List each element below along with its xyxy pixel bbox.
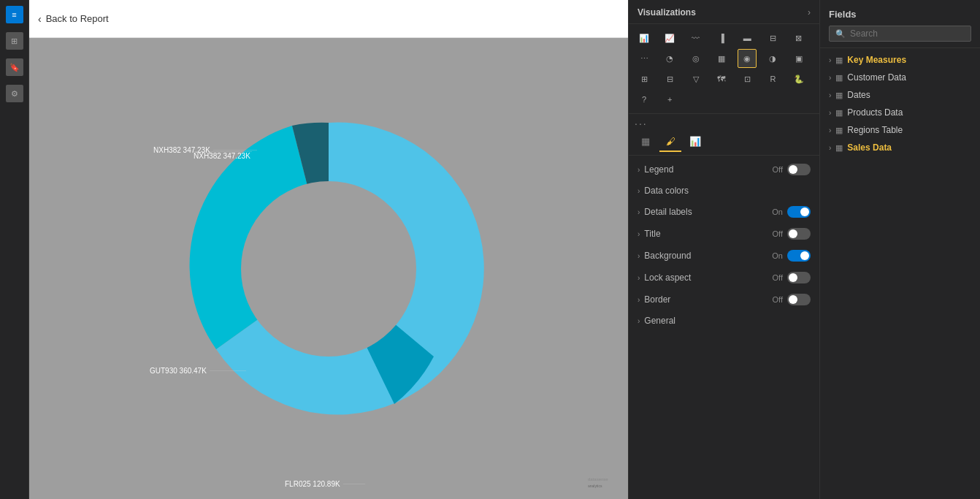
left-sidebar: ≡ ⊞ 🔖 ⚙ bbox=[0, 0, 29, 499]
search-input[interactable] bbox=[850, 28, 965, 39]
table-icon-customer-data: ▦ bbox=[835, 73, 843, 83]
field-label-sales-data: Sales Data bbox=[847, 142, 892, 153]
sidebar-icon-settings[interactable]: ⚙ bbox=[6, 85, 23, 102]
visualizations-panel: Visualizations › 📊 📈 〰 ▐ ▬ ⊟ ⊠ ⋯ ◔ ◎ ▦ ◉… bbox=[628, 0, 819, 499]
option-legend-label: Legend bbox=[644, 164, 673, 175]
chevron-sales-data-icon: › bbox=[829, 144, 831, 152]
option-lock-aspect-label: Lock aspect bbox=[644, 273, 691, 283]
legend-toggle[interactable] bbox=[787, 164, 811, 175]
option-general[interactable]: › General bbox=[629, 311, 819, 331]
viz-custom[interactable]: + bbox=[660, 90, 679, 109]
viz-matrix[interactable]: ⊟ bbox=[660, 69, 679, 88]
main-area: ‹ Back to Report N bbox=[29, 0, 628, 499]
field-item-sales-data[interactable]: › ▦ Sales Data bbox=[820, 139, 980, 156]
format-tabs: ▦ 🖌 📊 bbox=[629, 129, 819, 156]
option-data-colors-label: Data colors bbox=[644, 186, 689, 196]
back-to-report-button[interactable]: ‹ Back to Report bbox=[38, 13, 109, 25]
viz-donut[interactable]: ◎ bbox=[686, 49, 705, 68]
viz-scatter[interactable]: ⋯ bbox=[635, 49, 654, 68]
field-item-key-measures[interactable]: › ▦ Key Measures bbox=[820, 51, 980, 69]
sidebar-icon-pages[interactable]: ⊞ bbox=[6, 32, 23, 50]
option-detail-labels[interactable]: › Detail labels On bbox=[629, 201, 819, 223]
legend-status: Off bbox=[773, 165, 783, 174]
donut-svg bbox=[161, 101, 497, 437]
title-status: Off bbox=[773, 229, 783, 238]
watermark: datasense analytics bbox=[584, 470, 621, 492]
label-flr: FLR025 120.89K bbox=[285, 480, 365, 488]
viz-treemap[interactable]: ▦ bbox=[712, 49, 731, 68]
field-label-customer-data: Customer Data bbox=[847, 72, 906, 83]
option-title[interactable]: › Title Off bbox=[629, 223, 819, 245]
fields-list: › ▦ Key Measures › ▦ Customer Data › ▦ D… bbox=[820, 48, 980, 499]
viz-bar-chart[interactable]: 📊 bbox=[635, 28, 654, 47]
viz-table[interactable]: ⊞ bbox=[635, 69, 654, 88]
option-border-label: Border bbox=[644, 294, 670, 305]
chevron-general-icon: › bbox=[638, 317, 640, 325]
table-icon-key-measures: ▦ bbox=[835, 56, 843, 65]
option-background[interactable]: › Background On bbox=[629, 245, 819, 267]
option-lock-aspect[interactable]: › Lock aspect Off bbox=[629, 267, 819, 289]
donut-hole bbox=[241, 181, 416, 357]
search-icon: 🔍 bbox=[835, 29, 846, 39]
chevron-key-measures-icon: › bbox=[829, 56, 831, 64]
fields-header: Fields 🔍 bbox=[820, 0, 980, 48]
fields-title: Fields bbox=[829, 9, 971, 20]
field-label-regions-table: Regions Table bbox=[847, 125, 903, 135]
viz-python[interactable]: 🐍 bbox=[789, 69, 808, 88]
chevron-border-icon: › bbox=[638, 296, 640, 304]
viz-map[interactable]: 🗺 bbox=[712, 69, 731, 88]
visualizations-title: Visualizations bbox=[638, 7, 696, 18]
viz-icons-grid: 📊 📈 〰 ▐ ▬ ⊟ ⊠ ⋯ ◔ ◎ ▦ ◉ ◑ ▣ ⊞ ⊟ ▽ 🗺 ⊡ R … bbox=[629, 24, 819, 114]
background-toggle[interactable] bbox=[787, 250, 811, 262]
viz-pie[interactable]: ◔ bbox=[660, 49, 679, 68]
background-status: On bbox=[772, 251, 783, 260]
option-data-colors[interactable]: › Data colors bbox=[629, 180, 819, 201]
viz-qa[interactable]: ? bbox=[635, 90, 654, 109]
option-legend[interactable]: › Legend Off bbox=[629, 159, 819, 180]
field-item-customer-data[interactable]: › ▦ Customer Data bbox=[820, 69, 980, 86]
svg-text:datasense: datasense bbox=[588, 477, 608, 481]
viz-line-chart[interactable]: 📈 bbox=[660, 28, 679, 47]
viz-column-chart[interactable]: ▐ bbox=[712, 28, 731, 47]
viz-ribbon[interactable]: ⊟ bbox=[763, 28, 782, 47]
sidebar-icon-bookmarks[interactable]: 🔖 bbox=[6, 58, 23, 76]
fields-search[interactable]: 🔍 bbox=[829, 26, 971, 42]
lock-aspect-status: Off bbox=[773, 273, 783, 282]
back-arrow-icon: ‹ bbox=[38, 13, 42, 25]
chevron-products-data-icon: › bbox=[829, 109, 831, 117]
chevron-detail-labels-icon: › bbox=[638, 208, 640, 216]
field-item-products-data[interactable]: › ▦ Products Data bbox=[820, 104, 980, 121]
visualizations-header: Visualizations › bbox=[629, 0, 819, 24]
viz-donut-active[interactable]: ◉ bbox=[738, 49, 757, 68]
sidebar-icon-home[interactable]: ≡ bbox=[6, 6, 23, 23]
back-to-report-label: Back to Report bbox=[46, 13, 109, 24]
table-icon-dates: ▦ bbox=[835, 91, 843, 100]
viz-filled-map[interactable]: ⊡ bbox=[738, 69, 757, 88]
lock-aspect-toggle[interactable] bbox=[787, 272, 811, 283]
chevron-lock-aspect-icon: › bbox=[638, 274, 640, 282]
tab-fields[interactable]: ▦ bbox=[635, 132, 656, 152]
tab-format[interactable]: 🖌 bbox=[659, 132, 681, 152]
table-icon-products-data: ▦ bbox=[835, 108, 843, 118]
border-status: Off bbox=[773, 295, 783, 304]
chevron-regions-table-icon: › bbox=[829, 126, 831, 134]
more-dots[interactable]: ... bbox=[629, 114, 819, 129]
viz-waterfall[interactable]: ⊠ bbox=[789, 28, 808, 47]
border-toggle[interactable] bbox=[787, 294, 811, 305]
viz-funnel[interactable]: ▽ bbox=[686, 69, 705, 88]
viz-card[interactable]: ▣ bbox=[789, 49, 808, 68]
field-item-dates[interactable]: › ▦ Dates bbox=[820, 86, 980, 104]
viz-stacked-bar[interactable]: ▬ bbox=[738, 28, 757, 47]
chevron-legend-icon: › bbox=[638, 166, 640, 174]
detail-labels-toggle[interactable] bbox=[787, 206, 811, 218]
option-border[interactable]: › Border Off bbox=[629, 289, 819, 311]
tab-analytics[interactable]: 📊 bbox=[684, 132, 706, 152]
title-toggle[interactable] bbox=[787, 228, 811, 240]
field-item-regions-table[interactable]: › ▦ Regions Table bbox=[820, 121, 980, 139]
table-icon-sales-data: ▦ bbox=[835, 143, 843, 153]
viz-r-visual[interactable]: R bbox=[763, 69, 782, 88]
field-label-dates: Dates bbox=[847, 90, 870, 100]
format-options: › Legend Off › Data colors › Detail labe… bbox=[629, 156, 819, 499]
viz-gauge[interactable]: ◑ bbox=[763, 49, 782, 68]
viz-area-chart[interactable]: 〰 bbox=[686, 28, 705, 47]
